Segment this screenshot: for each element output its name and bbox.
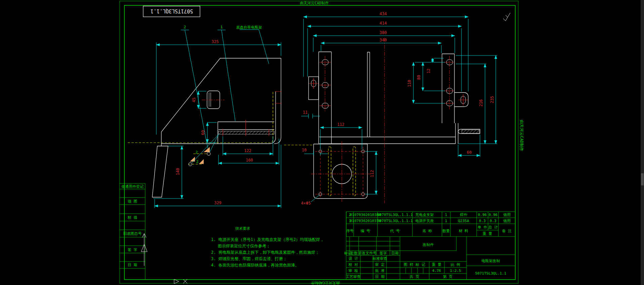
- tb-rev-doc: 更改文件号: [358, 251, 377, 255]
- weld-size-a: 2: [196, 150, 198, 154]
- weld-symbol-b: 2: [189, 135, 218, 166]
- tb-weight-value: 4.76: [432, 269, 441, 273]
- dim-110: 110: [407, 80, 412, 87]
- sidebar-label-tracing: 描 图: [128, 199, 137, 204]
- tech-line-1: 1. 电源开关座（序号1）及充电盒支架（序号2）均现场配焊，: [211, 237, 324, 242]
- bom-material: Q235A: [458, 219, 469, 223]
- weld-size-b: 2: [196, 159, 199, 164]
- tb-rev-sign: 签字: [379, 251, 387, 255]
- bom-unit-weight: 0.96: [478, 213, 487, 217]
- dim-112-top: 112: [337, 122, 345, 127]
- dim-45: 45: [192, 98, 196, 102]
- bom-header-remark: 备 注: [502, 229, 512, 233]
- bom-table: 2 01070302010380 5070TSL3QL.1.1.1 充电盒支架 …: [346, 212, 515, 237]
- bom-name: 电源开关座: [415, 219, 434, 223]
- hole-note: 4×Φ5: [301, 201, 311, 206]
- scrollbar[interactable]: [641, 0, 644, 285]
- tb-ratify: 批 准: [375, 269, 385, 273]
- right-view: 434 414 380 340 110 80 12 216 235 60 112…: [284, 11, 497, 206]
- bom-header-weight: 重 量: [483, 231, 492, 236]
- dim-10: 10: [302, 148, 307, 152]
- sidebar-label-common-parts: 借通用件登记: [121, 184, 144, 189]
- bom-qty: 1: [445, 219, 447, 223]
- bom-name: 充电盒支架: [415, 213, 434, 217]
- tb-scale-value: 1:2.5: [450, 269, 461, 273]
- cad-viewport: 由天河云CAD制作 由天河云CAD制作 由天河云CAD制作 5071TSL3QL…: [0, 0, 644, 285]
- bom-total-weight: 0.3: [490, 219, 496, 223]
- cad-canvas: 由天河云CAD制作 由天河云CAD制作 由天河云CAD制作 5071TSL3QL…: [0, 0, 644, 285]
- tech-title: 技术要求: [235, 226, 250, 231]
- bom-unit-weight: 0.3: [479, 219, 486, 223]
- tech-line-5: 4. 各面先涂红色防腐防锈底漆，再涂黑色面漆。: [211, 263, 299, 268]
- bom-header-total: 总 计: [488, 225, 498, 229]
- tech-line-2: 图示焊装定位尺寸仅作参考；: [218, 244, 270, 248]
- bom-header-drawing: 代 号: [390, 229, 400, 233]
- dim-140: 140: [175, 168, 180, 175]
- technical-requirements: 技术要求 1. 电源开关座（序号1）及充电盒支架（序号2）均现场配焊， 图示焊装…: [211, 226, 324, 268]
- surface-finish-icon: [503, 13, 510, 21]
- bom-remark: 借用: [503, 219, 511, 223]
- watermark-bottom: 由天河云CAD制作: [311, 281, 340, 285]
- tb-sheet: 第 页: [443, 275, 453, 279]
- bom-header-code: 编 号: [361, 229, 370, 233]
- dim-414: 414: [379, 21, 387, 26]
- bom-header-row: 序号 编 号 代 号 名 称 数量 材 料 单 件 总 计 重 量 备 注: [346, 225, 512, 236]
- sidebar-label-old-master-no: 旧底图总号: [123, 231, 142, 236]
- scrollbar-thumb[interactable]: [641, 173, 644, 185]
- bom-material: 焊件: [460, 213, 467, 217]
- sidebar-registration-column: 借通用件登记 描 图 校 描 旧底图总号 签 字 日 期: [120, 183, 145, 280]
- dim-329: 329: [214, 201, 222, 205]
- dim-434: 434: [379, 11, 387, 16]
- bom-drawing-no: 5070TSL3QL.1.1.1: [377, 213, 413, 217]
- dim-11: 11: [303, 110, 308, 115]
- tb-part-title: 电瓶架改制: [482, 259, 500, 263]
- dim-122: 122: [244, 148, 251, 153]
- left-view: 2 1 底盘自带电瓶架 2 2 325 45 60 122: [128, 25, 282, 208]
- bom-code: 01070302010380: [350, 213, 381, 217]
- tb-mark-label: 图 样 标 记: [404, 262, 425, 267]
- datum-arrow-symbol: [141, 234, 147, 266]
- scrollbar-track[interactable]: [641, 0, 644, 285]
- dim-12: 12: [426, 69, 431, 73]
- tb-drawing-no: 5071TSL3QL.1.1: [475, 271, 507, 276]
- bom-qty: 1: [445, 213, 447, 217]
- dim-380: 380: [379, 30, 387, 35]
- tech-line-4: 3. 焊缝应光整、牢固，焊后去渣、打磨；: [211, 256, 287, 261]
- dim-325: 325: [211, 39, 219, 44]
- dim-80: 80: [416, 75, 421, 80]
- bom-header-unit: 单 件: [478, 225, 487, 229]
- dim-340: 340: [379, 38, 387, 42]
- tb-design: 设 计: [349, 256, 358, 261]
- watermark-top: 由天河云CAD制作: [300, 1, 329, 5]
- dim-235: 235: [490, 96, 494, 103]
- balloon-2: 2: [184, 25, 186, 29]
- bom-drawing-no: 5070TSL3QL.1.1-1: [377, 219, 413, 223]
- sidebar-label-date: 日 期: [128, 263, 137, 267]
- tb-process: 工艺审查: [346, 275, 361, 279]
- chassis-label: 底盘自带电瓶架: [236, 25, 262, 30]
- dim-60-right: 60: [467, 150, 472, 155]
- tb-audit: 审 核: [349, 269, 358, 273]
- tb-sheets: 共 页: [409, 275, 419, 279]
- drawing-number-box: 5071TSL3QL.1.1: [143, 6, 200, 17]
- bom-row: 1 01070302010370 5070TSL3QL.1.1-1 电源开关座 …: [349, 219, 511, 223]
- bom-header-seq: 序号: [346, 229, 354, 233]
- bom-row: 2 01070302010380 5070TSL3QL.1.1.1 充电盒支架 …: [349, 213, 511, 217]
- watermark-side: 由天河云CAD制作: [519, 120, 524, 151]
- bom-header-name: 名 称: [422, 229, 432, 233]
- sidebar-label-signature: 签 字: [128, 248, 137, 252]
- dim-60-left: 60: [201, 130, 205, 135]
- tb-rev-count: 处数: [350, 251, 358, 255]
- tb-scale-label: 比 例: [451, 262, 460, 267]
- dim-216: 216: [479, 99, 483, 107]
- tb-approve: 审 定: [375, 262, 385, 267]
- tb-check: 校 对: [348, 262, 358, 267]
- tb-date: 日 期: [375, 275, 385, 279]
- drawing-number-text: 5071TSL3QL.1.1: [151, 8, 193, 14]
- bom-header-material: 材 料: [459, 229, 469, 233]
- dim-112-side: 112: [370, 170, 374, 177]
- tb-rev-date: 日期: [391, 251, 399, 255]
- tech-line-3: 2. 将电瓶架从底盘上拆下，卸下电瓶及紧固件，然后施焊；: [211, 250, 319, 255]
- bom-remark: 借用: [503, 213, 511, 217]
- balloon-1: 1: [220, 25, 223, 29]
